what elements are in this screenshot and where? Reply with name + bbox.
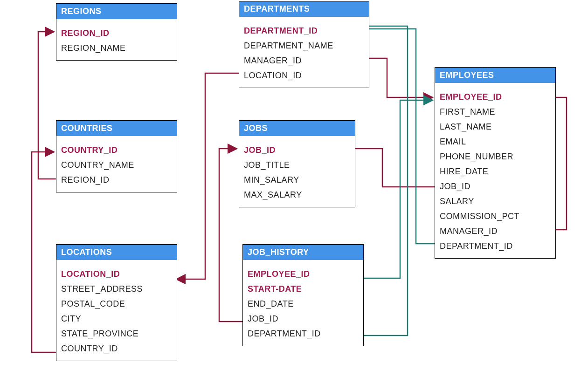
field-jh-department-id: DEPARTMENT_ID: [243, 326, 363, 341]
field-country-name: COUNTRY_NAME: [56, 158, 177, 172]
field-department-name: DEPARTMENT_NAME: [239, 38, 369, 53]
field-min-salary: MIN_SALARY: [239, 172, 355, 187]
field-first-name: FIRST_NAME: [435, 104, 555, 119]
field-email: EMAIL: [435, 134, 555, 149]
field-country-id: COUNTRY_ID: [56, 143, 177, 158]
field-phone-number: PHONE_NUMBER: [435, 149, 555, 164]
field-jh-start-date: START-DATE: [243, 281, 363, 296]
field-jh-employee-id: EMPLOYEE_ID: [243, 267, 363, 281]
field-location-id: LOCATION_ID: [56, 267, 177, 281]
field-hire-date: HIRE_DATE: [435, 164, 555, 179]
field-postal-code: POSTAL_CODE: [56, 296, 177, 311]
field-jh-job-id: JOB_ID: [243, 311, 363, 326]
field-max-salary: MAX_SALARY: [239, 187, 355, 202]
field-region-name: REGION_NAME: [56, 41, 177, 55]
entity-countries-body: COUNTRY_ID COUNTRY_NAME REGION_ID: [56, 136, 177, 192]
entity-employees-body: EMPLOYEE_ID FIRST_NAME LAST_NAME EMAIL P…: [435, 83, 555, 258]
rel-locations-country: [32, 152, 56, 352]
field-salary: SALARY: [435, 194, 555, 209]
field-job-title: JOB_TITLE: [239, 158, 355, 172]
field-departments-manager-id: MANAGER_ID: [239, 53, 369, 68]
entity-departments: DEPARTMENTS DEPARTMENT_ID DEPARTMENT_NAM…: [239, 1, 369, 88]
field-last-name: LAST_NAME: [435, 119, 555, 134]
entity-jobs: JOBS JOB_ID JOB_TITLE MIN_SALARY MAX_SAL…: [239, 120, 355, 207]
entity-job-history: JOB_HISTORY EMPLOYEE_ID START-DATE END_D…: [242, 244, 364, 346]
entity-jobs-title: JOBS: [239, 121, 355, 136]
entity-locations: LOCATIONS LOCATION_ID STREET_ADDRESS POS…: [56, 244, 177, 361]
entity-departments-title: DEPARTMENTS: [239, 1, 369, 17]
field-emp-job-id: JOB_ID: [435, 179, 555, 194]
entity-countries: COUNTRIES COUNTRY_ID COUNTRY_NAME REGION…: [56, 120, 177, 192]
field-jh-end-date: END_DATE: [243, 296, 363, 311]
entity-jobs-body: JOB_ID JOB_TITLE MIN_SALARY MAX_SALARY: [239, 136, 355, 207]
entity-locations-title: LOCATIONS: [56, 245, 177, 260]
field-job-id: JOB_ID: [239, 143, 355, 158]
entity-employees-title: EMPLOYEES: [435, 68, 555, 83]
entity-countries-title: COUNTRIES: [56, 121, 177, 136]
entity-employees: EMPLOYEES EMPLOYEE_ID FIRST_NAME LAST_NA…: [435, 67, 556, 259]
field-state-province: STATE_PROVINCE: [56, 326, 177, 341]
field-region-id: REGION_ID: [56, 26, 177, 41]
field-city: CITY: [56, 311, 177, 326]
field-departments-location-id: LOCATION_ID: [239, 68, 369, 83]
field-employee-id: EMPLOYEE_ID: [435, 89, 555, 104]
rel-employees-department: [359, 29, 435, 244]
entity-job-history-body: EMPLOYEE_ID START-DATE END_DATE JOB_ID D…: [243, 260, 363, 346]
er-diagram: REGIONS REGION_ID REGION_NAME COUNTRIES …: [0, 0, 588, 370]
entity-regions-title: REGIONS: [56, 4, 177, 19]
field-countries-region-id: REGION_ID: [56, 172, 177, 187]
rel-departments-location: [176, 73, 239, 279]
entity-job-history-title: JOB_HISTORY: [243, 245, 363, 260]
field-department-id: DEPARTMENT_ID: [239, 23, 369, 38]
field-emp-manager-id: MANAGER_ID: [435, 224, 555, 239]
entity-locations-body: LOCATION_ID STREET_ADDRESS POSTAL_CODE C…: [56, 260, 177, 361]
rel-countries-region: [38, 32, 56, 179]
field-commission-pct: COMMISSION_PCT: [435, 209, 555, 224]
entity-regions-body: REGION_ID REGION_NAME: [56, 19, 177, 60]
field-locations-country-id: COUNTRY_ID: [56, 341, 177, 356]
entity-departments-body: DEPARTMENT_ID DEPARTMENT_NAME MANAGER_ID…: [239, 17, 369, 88]
field-emp-department-id: DEPARTMENT_ID: [435, 239, 555, 254]
field-street-address: STREET_ADDRESS: [56, 281, 177, 296]
entity-regions: REGIONS REGION_ID REGION_NAME: [56, 3, 177, 61]
